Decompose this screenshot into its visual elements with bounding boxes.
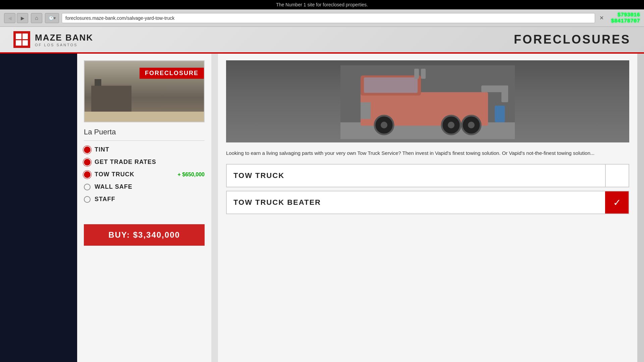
menu-label-trade: GET TRADE RATES: [95, 159, 205, 166]
svg-rect-16: [495, 106, 505, 122]
menu-item-tow-truck[interactable]: TOW TRUCK + $650,000 ☞: [84, 171, 205, 178]
svg-point-13: [468, 122, 475, 128]
foreclosures-title: FORECLOSURES: [514, 33, 631, 47]
close-button[interactable]: ✕: [598, 14, 606, 22]
vehicle-image: [226, 60, 629, 142]
main-area: FORECLOSURE La Puerta TINT GET TRADE RAT…: [0, 54, 644, 362]
left-sidebar: [0, 54, 77, 362]
tagline-text: The Number 1 site for foreclosed propert…: [276, 2, 368, 7]
radio-dot-staff: [84, 196, 91, 203]
url-text: foreclosures.maze-bank.com/salvage-yard-…: [65, 15, 174, 21]
vehicle-option-tow-beater[interactable]: TOW TRUCK BEATER ✓: [226, 191, 629, 214]
svg-point-9: [381, 122, 387, 128]
home-icon: ⌂: [35, 15, 38, 21]
right-sidebar: [637, 54, 644, 362]
menu-label-tow: TOW TRUCK: [95, 171, 173, 178]
svg-point-11: [448, 122, 454, 128]
center-divider: [211, 54, 218, 362]
menu-item-wall-safe[interactable]: WALL SAFE: [84, 183, 205, 190]
menu-price-tow: + $650,000: [177, 172, 205, 178]
bank-name: MAZE BANK: [35, 33, 93, 43]
svg-rect-7: [421, 69, 426, 79]
logo-square-1: [16, 34, 21, 39]
buy-button[interactable]: BUY: $3,340,000: [84, 224, 205, 246]
left-panel: FORECLOSURE La Puerta TINT GET TRADE RAT…: [77, 54, 211, 362]
menu-items: TINT GET TRADE RATES TOW TRUCK + $650,00…: [84, 146, 205, 203]
forward-button[interactable]: ▶: [17, 13, 28, 23]
back-button[interactable]: ◀: [4, 13, 15, 23]
location-name: La Puerta: [84, 128, 205, 141]
svg-rect-5: [361, 102, 371, 119]
menu-item-staff[interactable]: STAFF: [84, 196, 205, 203]
truck-svg: [340, 65, 515, 139]
radio-dot-trade: [84, 159, 91, 166]
menu-label-staff: STAFF: [95, 196, 205, 203]
maze-bank-logo: MAZE BANK OF LOS SANTOS: [13, 31, 93, 48]
vehicle-option-label-beater: TOW TRUCK BEATER: [227, 191, 605, 214]
close-icon: ✕: [599, 15, 604, 21]
radio-dot-wall: [84, 184, 91, 190]
browser-chrome: ◀ ▶ ⌂ 🕐▾ foreclosures.maze-bank.com/salv…: [0, 9, 644, 27]
balance-line-1: $793016: [618, 12, 640, 18]
property-image: FORECLOSURE: [84, 60, 205, 122]
balance-display: $793016 $84178707: [611, 12, 640, 24]
back-icon: ◀: [8, 15, 12, 21]
menu-item-tint[interactable]: TINT: [84, 146, 205, 153]
checkmark-icon: ✓: [613, 197, 621, 208]
bank-sub: OF LOS SANTOS: [35, 43, 93, 47]
history-button[interactable]: 🕐▾: [45, 13, 59, 23]
menu-label-wall: WALL SAFE: [95, 183, 205, 190]
radio-dot-tint: [84, 146, 91, 153]
vehicle-options: TOW TRUCK TOW TRUCK BEATER ✓: [226, 164, 629, 214]
right-panel: Looking to earn a living salvaging parts…: [218, 54, 637, 362]
building-silhouette: [91, 85, 131, 112]
garage-background: [226, 60, 629, 142]
logo-icon-inner: [16, 34, 28, 46]
sand-ground: [85, 112, 204, 122]
site-header: MAZE BANK OF LOS SANTOS FORECLOSURES: [0, 27, 644, 54]
history-icon: 🕐▾: [49, 16, 56, 20]
radio-dot-tow: [84, 171, 91, 178]
home-button[interactable]: ⌂: [31, 13, 42, 23]
menu-label-tint: TINT: [95, 146, 205, 153]
vehicle-option-tow-truck[interactable]: TOW TRUCK: [226, 164, 629, 187]
balance-line-2: $84178707: [611, 18, 640, 24]
description-text: Looking to earn a living salvaging parts…: [226, 149, 629, 157]
vehicle-option-check-beater: ✓: [605, 191, 629, 214]
vehicle-option-label-tow: TOW TRUCK: [227, 165, 605, 187]
vehicle-option-empty-tow: [605, 165, 629, 187]
top-notification-bar: The Number 1 site for foreclosed propert…: [0, 0, 644, 9]
svg-rect-15: [501, 85, 508, 102]
logo-text: MAZE BANK OF LOS SANTOS: [35, 33, 93, 47]
svg-rect-4: [364, 77, 418, 93]
forward-icon: ▶: [21, 15, 24, 21]
logo-icon: [13, 31, 30, 48]
logo-square-4: [22, 40, 28, 46]
foreclosure-badge: FORECLOSURE: [140, 68, 204, 79]
svg-rect-6: [414, 69, 419, 79]
logo-square-2: [22, 34, 28, 39]
address-bar[interactable]: foreclosures.maze-bank.com/salvage-yard-…: [62, 13, 595, 23]
logo-square-3: [16, 40, 21, 46]
menu-item-trade-rates[interactable]: GET TRADE RATES: [84, 159, 205, 166]
nav-buttons: ◀ ▶: [4, 13, 28, 23]
